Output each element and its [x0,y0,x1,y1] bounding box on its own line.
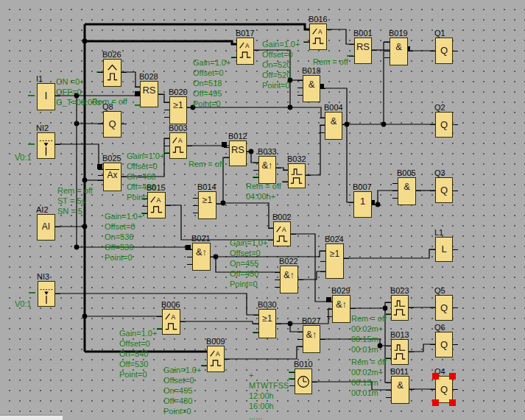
wire[interactable] [121,72,140,87]
output-pin[interactable] [453,389,458,390]
output-pin[interactable] [158,94,163,95]
selection-handle[interactable] [449,373,456,380]
selection-handle[interactable] [449,399,456,406]
output-pin[interactable] [372,50,377,51]
block-b016[interactable]: B016A [309,24,327,50]
input-pin[interactable] [164,102,169,103]
input-pin[interactable] [327,302,332,302]
output-pin[interactable] [409,307,414,308]
output-pin[interactable] [320,339,325,340]
output-pin[interactable] [211,257,216,257]
output-pin[interactable] [276,324,281,324]
block-b032[interactable]: B032 [288,163,306,188]
block-b015[interactable]: B015A [147,192,166,218]
wire[interactable] [223,157,229,203]
wire[interactable] [85,41,236,44]
input-pin[interactable] [320,251,325,252]
output-pin[interactable] [453,51,458,51]
input-pin[interactable] [98,180,103,181]
block-b021[interactable]: B021&↑ [192,243,211,271]
output-pin[interactable] [408,51,413,51]
block-i1[interactable]: I1I [37,83,55,110]
input-pin[interactable] [193,198,198,199]
input-pin[interactable] [98,169,103,170]
input-pin[interactable] [384,57,390,58]
input-pin[interactable] [187,249,192,250]
input-pin[interactable] [135,96,140,96]
output-pin[interactable] [320,88,325,89]
block-b013[interactable]: B013 [391,339,409,365]
output-pin[interactable] [350,308,356,309]
output-pin[interactable] [342,124,348,125]
input-pin[interactable] [164,146,169,146]
output-pin[interactable] [55,227,60,227]
input-pin[interactable] [224,147,229,148]
block-b025[interactable]: B025Ax [103,163,121,191]
input-pin[interactable] [392,198,398,199]
output-pin[interactable] [416,191,421,191]
block-b012[interactable]: B012RS [229,140,247,166]
wire[interactable] [344,249,435,258]
output-pin[interactable] [453,344,458,345]
input-pin[interactable] [193,205,198,206]
output-pin[interactable] [55,96,60,96]
block-b033[interactable]: B033&↑ [258,156,276,184]
input-pin[interactable] [253,324,258,324]
input-pin[interactable] [253,315,258,316]
input-pin[interactable] [164,138,169,139]
block-ni3[interactable]: NI3 [38,281,55,307]
wire[interactable] [211,251,325,257]
input-pin[interactable] [164,110,169,110]
wire[interactable] [55,144,103,169]
input-pin[interactable] [283,182,288,182]
input-pin[interactable] [142,206,147,207]
block-l1[interactable]: L1L [435,237,453,262]
block-b014[interactable]: B014≥1 [198,191,216,219]
output-pin[interactable] [276,168,281,168]
input-pin[interactable] [430,191,435,191]
input-pin[interactable] [297,95,303,96]
input-pin[interactable] [275,287,280,288]
output-pin[interactable] [225,359,230,360]
output-pin[interactable] [291,234,296,235]
block-b006[interactable]: B006A [162,309,180,335]
block-b022[interactable]: B022&↑ [280,266,298,293]
input-pin[interactable] [384,51,390,51]
block-b028[interactable]: B028RS [140,81,158,107]
output-pin[interactable] [306,175,311,176]
block-ni2[interactable]: NI2 [37,132,55,159]
input-pin[interactable] [430,389,435,390]
wire[interactable] [180,321,258,324]
input-pin[interactable] [224,157,229,158]
input-pin[interactable] [253,177,258,178]
input-pin[interactable] [430,307,435,308]
output-pin[interactable] [409,389,415,390]
input-pin[interactable] [187,257,192,257]
block-q8[interactable]: Q8Q [103,111,121,138]
input-pin[interactable] [98,124,103,124]
wire[interactable] [187,107,325,118]
input-pin[interactable] [202,352,207,352]
input-pin[interactable] [348,202,353,203]
input-pin[interactable] [283,170,288,171]
input-pin[interactable] [297,346,303,347]
input-pin[interactable] [320,261,325,262]
input-pin[interactable] [275,272,280,273]
block-b009[interactable]: B009A [207,346,225,372]
wire[interactable] [297,271,325,280]
output-pin[interactable] [453,249,458,250]
input-pin[interactable] [327,316,332,317]
input-pin[interactable] [304,29,309,30]
output-pin[interactable] [254,50,259,51]
output-pin[interactable] [55,293,60,294]
input-pin[interactable] [430,249,435,250]
output-pin[interactable] [327,29,332,30]
diagram-canvas[interactable]: ON =0+OFF=0G_T=08:00sRem = offGain=1.0+O… [0,0,525,420]
input-pin[interactable] [275,280,280,280]
block-b018[interactable]: B018& [303,75,320,102]
input-pin[interactable] [386,390,391,391]
output-pin[interactable] [121,124,127,124]
input-pin[interactable] [320,132,325,133]
input-pin[interactable] [320,271,325,272]
block-q4[interactable]: Q4Q [435,376,453,403]
